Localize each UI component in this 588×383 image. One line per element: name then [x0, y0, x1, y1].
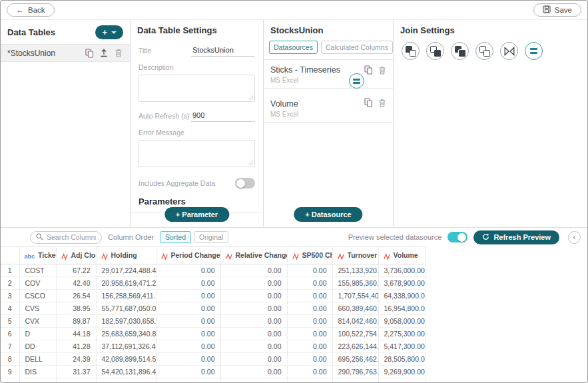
- value-cell: 38.95: [56, 302, 96, 315]
- title-field-label: Title: [139, 47, 151, 57]
- datasource-item-volume[interactable]: Volume MS Excel: [264, 89, 393, 122]
- save-icon: [543, 5, 551, 15]
- search-icon: [36, 233, 43, 242]
- column-header-label: Period Change %: [171, 251, 221, 259]
- preview-region: Column Order Sorted Original Preview sel…: [1, 227, 587, 383]
- auto-refresh-label: Auto Refresh (s): [139, 112, 189, 122]
- value-cell: 182,597,030,658.35: [96, 315, 156, 328]
- value-cell: 0.00: [287, 340, 332, 353]
- trash-icon[interactable]: [378, 65, 387, 75]
- table-row: 7DD41.2837,112,691,326.400.000.000.00223…: [1, 340, 425, 353]
- add-parameter-button[interactable]: + Parameter: [164, 207, 229, 222]
- table-row: 5CVX89.87182,597,030,658.350.000.000.008…: [1, 315, 425, 328]
- numeric-type-icon: [384, 252, 390, 260]
- value-cell: 31.37: [56, 366, 96, 378]
- column-header-label: Ticker: [38, 251, 56, 259]
- join-settings-title: Join Settings: [394, 20, 587, 40]
- datasource-item-sticks-timeseries[interactable]: Sticks - Timeseries MS Excel: [264, 60, 393, 88]
- column-header-label: Relative Change: [236, 251, 288, 259]
- value-cell: 25,683,659,340.88: [96, 328, 156, 340]
- column-header-label: Adj Close: [71, 251, 97, 259]
- copy-icon[interactable]: [85, 49, 94, 58]
- value-cell: 16,954,800.00: [378, 302, 425, 315]
- column-header-label: Turnover: [348, 251, 378, 259]
- table-row: 2COV42.4020,958,619,471.200.000.000.0015…: [1, 277, 425, 290]
- outer-join-icon[interactable]: [475, 42, 493, 60]
- value-cell: 24.39: [56, 353, 96, 366]
- search-columns-input[interactable]: [47, 233, 96, 241]
- table-row: 6D44.1825,683,659,340.880.000.000.00100,…: [1, 328, 425, 340]
- ticker-cell: DD: [19, 340, 56, 353]
- error-message-textarea[interactable]: [139, 140, 255, 167]
- value-cell: 41.28: [56, 340, 96, 353]
- column-header-holding: Holding: [96, 247, 156, 264]
- save-button[interactable]: Save: [533, 3, 581, 17]
- value-cell: 0.00: [287, 302, 332, 315]
- cross-join-icon[interactable]: [500, 42, 518, 60]
- row-number: 2: [1, 277, 19, 290]
- description-textarea[interactable]: [139, 75, 255, 102]
- search-columns-box[interactable]: [30, 231, 102, 244]
- back-button[interactable]: ← Back: [7, 3, 55, 17]
- settings-title: Data Table Settings: [131, 20, 263, 40]
- preview-table-body: 1COST67.2229,017,224,488.420.000.000.002…: [1, 264, 425, 383]
- trash-icon[interactable]: [114, 49, 123, 58]
- auto-refresh-input[interactable]: [191, 110, 255, 122]
- data-table-settings-panel: Data Table Settings Title Description Au…: [131, 20, 264, 227]
- value-cell: 0.00: [156, 264, 220, 277]
- inner-join-icon[interactable]: [451, 42, 469, 60]
- union-join-icon[interactable]: [525, 42, 543, 60]
- value-cell: 0.00: [156, 328, 220, 340]
- data-table-list-item[interactable]: *StocksUnion: [1, 44, 130, 62]
- value-cell: 0.00: [156, 277, 220, 290]
- copy-icon[interactable]: [364, 65, 373, 75]
- row-number: 8: [1, 353, 19, 366]
- value-cell: 155,985,360.00: [332, 277, 378, 290]
- top-bar: ← Back Save: [1, 1, 587, 19]
- datasource-type: MS Excel: [270, 77, 386, 84]
- row-number: 5: [1, 315, 19, 328]
- datasource-type: MS Excel: [270, 111, 386, 118]
- union-join-badge[interactable]: [349, 73, 364, 89]
- column-header-label: Holding: [111, 251, 137, 259]
- table-row: 8DELL24.3942,089,899,514.560.000.000.006…: [1, 353, 425, 366]
- preview-grid: abcTickerAdj CloseHoldingPeriod Change %…: [1, 246, 587, 383]
- copy-icon[interactable]: [364, 98, 373, 107]
- value-cell: 42.40: [56, 277, 96, 290]
- refresh-preview-button[interactable]: Refresh Preview: [473, 230, 559, 244]
- refresh-preview-label: Refresh Preview: [493, 233, 551, 241]
- refresh-icon: [482, 233, 489, 242]
- numeric-type-icon: [338, 252, 344, 260]
- upload-icon[interactable]: [99, 49, 109, 58]
- value-cell: 0.00: [220, 264, 287, 277]
- value-cell: 28,505,800.00: [378, 353, 425, 366]
- add-datasource-button[interactable]: + Datasource: [294, 207, 362, 222]
- order-sorted-button[interactable]: Sorted: [160, 231, 191, 243]
- preview-toolbar: Column Order Sorted Original Preview sel…: [1, 228, 587, 246]
- table-row: 4CVS38.9555,771,687,050.000.000.000.0066…: [1, 302, 425, 315]
- add-data-table-button[interactable]: +: [95, 25, 123, 39]
- value-cell: 814,042,460.00: [332, 315, 378, 328]
- ticker-cell: CSCO: [19, 290, 56, 302]
- value-cell: 29,017,224,488.42: [96, 264, 156, 277]
- tab-datasources[interactable]: Datasources: [269, 41, 318, 54]
- trash-icon[interactable]: [378, 98, 387, 107]
- column-header-label: SP500 Change: [302, 251, 333, 259]
- aggregate-data-toggle[interactable]: [235, 178, 255, 189]
- right-join-icon[interactable]: [426, 42, 444, 60]
- tab-calculated-columns[interactable]: Calculated Columns: [321, 41, 393, 54]
- numeric-type-icon: [161, 252, 168, 260]
- title-input[interactable]: [191, 45, 255, 57]
- value-cell: 0.00: [287, 290, 332, 302]
- value-cell: 0.00: [287, 328, 332, 340]
- app-window: ← Back Save Data Tables + *StocksUnion: [0, 0, 588, 383]
- table-row: 3CSCO26.54156,258,569,411.540.000.000.00…: [1, 290, 425, 302]
- collapse-preview-button[interactable]: ‹: [568, 231, 581, 244]
- preview-datasource-toggle[interactable]: [447, 232, 467, 242]
- value-cell: 660,389,460.00: [332, 302, 378, 315]
- datasources-panel-title: StocksUnion: [264, 20, 393, 40]
- order-original-button[interactable]: Original: [194, 231, 228, 243]
- value-cell: 0.00: [156, 353, 220, 366]
- datasources-panel: StocksUnion Datasources Calculated Colum…: [264, 20, 394, 227]
- left-join-icon[interactable]: [402, 42, 420, 60]
